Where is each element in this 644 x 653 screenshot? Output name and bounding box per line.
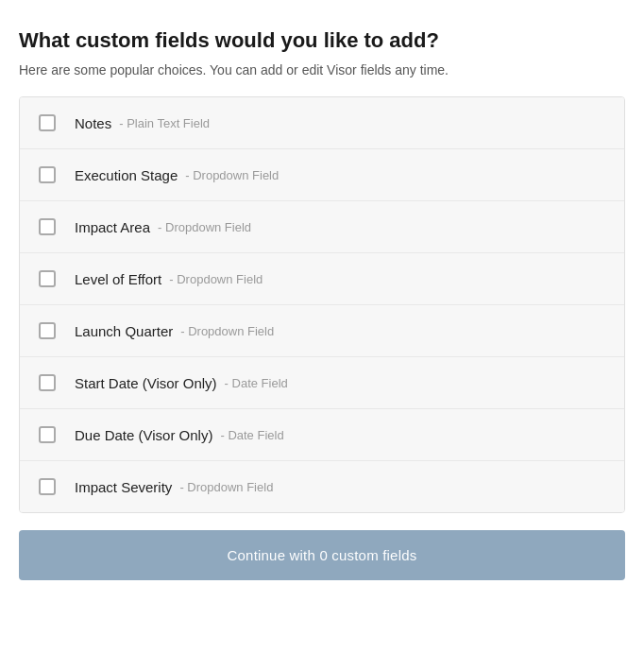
checkbox-impact-area[interactable] (39, 218, 56, 235)
list-item[interactable]: Level of Effort- Dropdown Field (20, 253, 624, 305)
field-type-label: - Dropdown Field (180, 324, 274, 338)
list-item[interactable]: Due Date (Visor Only)- Date Field (20, 409, 624, 461)
list-item[interactable]: Notes- Plain Text Field (20, 97, 624, 149)
field-name-label: Execution Stage (75, 167, 178, 183)
checkbox-impact-severity[interactable] (39, 478, 56, 495)
fields-scrollable-list[interactable]: Notes- Plain Text FieldExecution Stage- … (20, 97, 624, 512)
list-item[interactable]: Start Date (Visor Only)- Date Field (20, 357, 624, 409)
list-item[interactable]: Execution Stage- Dropdown Field (20, 149, 624, 201)
modal-container: What custom fields would you like to add… (19, 28, 625, 580)
field-type-label: - Dropdown Field (169, 272, 263, 286)
fields-list-container: Notes- Plain Text FieldExecution Stage- … (19, 96, 625, 513)
field-type-label: - Dropdown Field (185, 168, 279, 182)
field-name-label: Start Date (Visor Only) (75, 375, 217, 391)
list-item[interactable]: Impact Area- Dropdown Field (20, 201, 624, 253)
continue-button[interactable]: Continue with 0 custom fields (19, 530, 625, 580)
field-name-label: Due Date (Visor Only) (75, 427, 212, 443)
field-type-label: - Plain Text Field (119, 116, 210, 130)
field-type-label: - Dropdown Field (158, 220, 251, 234)
checkbox-level-of-effort[interactable] (39, 270, 56, 287)
checkbox-due-date[interactable] (39, 426, 56, 443)
field-name-label: Level of Effort (75, 271, 161, 287)
field-type-label: - Dropdown Field (179, 480, 273, 494)
checkbox-execution-stage[interactable] (39, 166, 56, 183)
checkbox-launch-quarter[interactable] (39, 322, 56, 339)
list-item[interactable]: Launch Quarter- Dropdown Field (20, 305, 624, 357)
field-name-label: Impact Severity (75, 479, 172, 495)
field-name-label: Impact Area (75, 219, 150, 235)
field-name-label: Launch Quarter (75, 323, 173, 339)
field-name-label: Notes (75, 115, 111, 131)
page-title: What custom fields would you like to add… (19, 28, 625, 53)
list-item[interactable]: Impact Severity- Dropdown Field (20, 461, 624, 512)
checkbox-notes[interactable] (39, 114, 56, 131)
field-type-label: - Date Field (220, 428, 283, 442)
field-type-label: - Date Field (225, 376, 288, 390)
checkbox-start-date[interactable] (39, 374, 56, 391)
page-subtitle: Here are some popular choices. You can a… (19, 62, 625, 77)
